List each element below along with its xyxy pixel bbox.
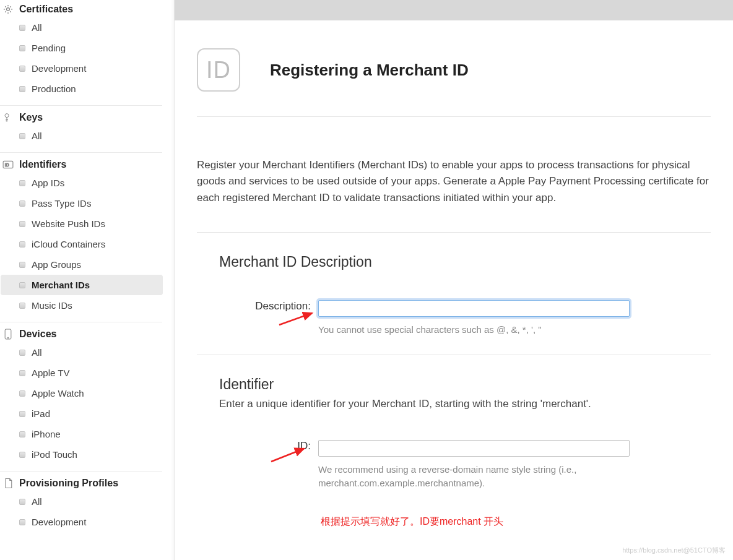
- divider: [0, 471, 162, 472]
- bullet-icon: [19, 25, 25, 31]
- identifier-sub: Enter a unique identifier for your Merch…: [219, 398, 711, 410]
- certificates-items: All Pending Development Production: [0, 17, 174, 99]
- bullet-icon: [19, 86, 25, 92]
- annotation-text: 根据提示填写就好了。ID要merchant 开头: [321, 515, 711, 528]
- bullet-icon: [19, 303, 25, 309]
- main-content: ID Registering a Merchant ID Register yo…: [175, 0, 733, 560]
- description-section: Merchant ID Description Description: You…: [197, 233, 711, 355]
- description-input[interactable]: [318, 300, 630, 317]
- sidebar-item-profiles-all[interactable]: All: [1, 491, 163, 512]
- sidebar: Certificates All Pending Development Pro…: [0, 0, 175, 560]
- description-hint: You cannot use special characters such a…: [318, 323, 630, 337]
- key-icon: [2, 112, 14, 123]
- description-label: Description:: [197, 300, 318, 312]
- id-icon: ID: [2, 160, 14, 169]
- identifier-section: Identifier Enter a unique identifier for…: [197, 355, 711, 546]
- divider: [0, 322, 162, 322]
- sidebar-item-music-ids[interactable]: Music IDs: [1, 295, 163, 316]
- profile-icon: [2, 478, 14, 489]
- divider: [0, 105, 162, 106]
- sidebar-item-keys-all[interactable]: All: [1, 126, 163, 146]
- intro-text: Register your Merchant Identifiers (Merc…: [197, 117, 711, 232]
- sidebar-item-cert-production[interactable]: Production: [1, 79, 163, 99]
- identifiers-items: App IDs Pass Type IDs Website Push IDs i…: [0, 173, 174, 316]
- description-field-row: Description: You cannot use special char…: [197, 300, 711, 337]
- section-header-devices: Devices: [0, 325, 174, 342]
- sidebar-item-cert-all[interactable]: All: [1, 17, 163, 38]
- identifier-input[interactable]: [318, 440, 630, 457]
- section-title: Devices: [19, 329, 57, 340]
- section-title: Certificates: [19, 4, 73, 15]
- sidebar-item-apple-tv[interactable]: Apple TV: [1, 363, 163, 383]
- section-header-identifiers: ID Identifiers: [0, 155, 174, 173]
- bullet-icon: [19, 180, 25, 186]
- bullet-icon: [19, 133, 25, 139]
- bullet-icon: [19, 241, 25, 248]
- svg-point-0: [7, 8, 10, 11]
- sidebar-item-cert-pending[interactable]: Pending: [1, 38, 163, 58]
- svg-line-6: [279, 313, 312, 325]
- sidebar-item-cert-development[interactable]: Development: [1, 58, 163, 79]
- devices-items: All Apple TV Apple Watch iPad iPhone iPo…: [0, 342, 174, 465]
- sidebar-item-app-groups[interactable]: App Groups: [1, 254, 163, 275]
- device-icon: [2, 329, 14, 340]
- page-header: ID Registering a Merchant ID: [197, 48, 711, 92]
- sidebar-item-apple-watch[interactable]: Apple Watch: [1, 383, 163, 403]
- bullet-icon: [19, 499, 25, 505]
- identifier-hint: We recommend using a reverse-domain name…: [318, 463, 630, 491]
- sidebar-item-profiles-development[interactable]: Development: [1, 512, 163, 532]
- bullet-icon: [19, 452, 25, 458]
- bullet-icon: [19, 411, 25, 417]
- svg-point-5: [7, 337, 8, 338]
- identifier-field-row: ID: We recommend using a reverse-domain …: [197, 440, 711, 491]
- bullet-icon: [19, 262, 25, 268]
- section-header-keys: Keys: [0, 108, 174, 126]
- divider: [0, 152, 162, 153]
- keys-items: All: [0, 126, 174, 146]
- section-title: Provisioning Profiles: [19, 478, 118, 489]
- bullet-icon: [19, 45, 25, 51]
- sidebar-item-pass-type-ids[interactable]: Pass Type IDs: [1, 193, 163, 213]
- bullet-icon: [19, 200, 25, 207]
- bullet-icon: [19, 370, 25, 376]
- sidebar-item-devices-all[interactable]: All: [1, 342, 163, 363]
- sidebar-item-ipod-touch[interactable]: iPod Touch: [1, 444, 163, 465]
- sidebar-item-app-ids[interactable]: App IDs: [1, 173, 163, 193]
- toolbar-band: [175, 0, 733, 20]
- watermark: https://blog.csdn.net@51CTO博客: [622, 546, 726, 555]
- page-title: Registering a Merchant ID: [270, 61, 469, 80]
- identifier-label: ID:: [197, 440, 318, 452]
- sidebar-item-website-push-ids[interactable]: Website Push IDs: [1, 213, 163, 234]
- bullet-icon: [19, 221, 25, 227]
- bullet-icon: [19, 282, 25, 288]
- section-header-profiles: Provisioning Profiles: [0, 474, 174, 491]
- svg-text:ID: ID: [5, 163, 9, 167]
- section-title: Keys: [19, 112, 43, 123]
- svg-point-1: [5, 114, 9, 118]
- section-title: Identifiers: [19, 159, 66, 170]
- bullet-icon: [19, 66, 25, 72]
- bullet-icon: [19, 431, 25, 437]
- sidebar-item-iphone[interactable]: iPhone: [1, 424, 163, 444]
- bullet-icon: [19, 390, 25, 397]
- gear-icon: [2, 4, 14, 15]
- id-badge-icon: ID: [197, 48, 240, 92]
- sidebar-item-merchant-ids[interactable]: Merchant IDs: [1, 275, 163, 295]
- identifier-heading: Identifier: [219, 376, 711, 393]
- sidebar-item-icloud-containers[interactable]: iCloud Containers: [1, 234, 163, 254]
- sidebar-item-ipad[interactable]: iPad: [1, 403, 163, 424]
- description-heading: Merchant ID Description: [219, 254, 711, 270]
- bullet-icon: [19, 519, 25, 525]
- bullet-icon: [19, 350, 25, 356]
- profiles-items: All Development: [0, 491, 174, 532]
- section-header-certificates: Certificates: [0, 0, 174, 17]
